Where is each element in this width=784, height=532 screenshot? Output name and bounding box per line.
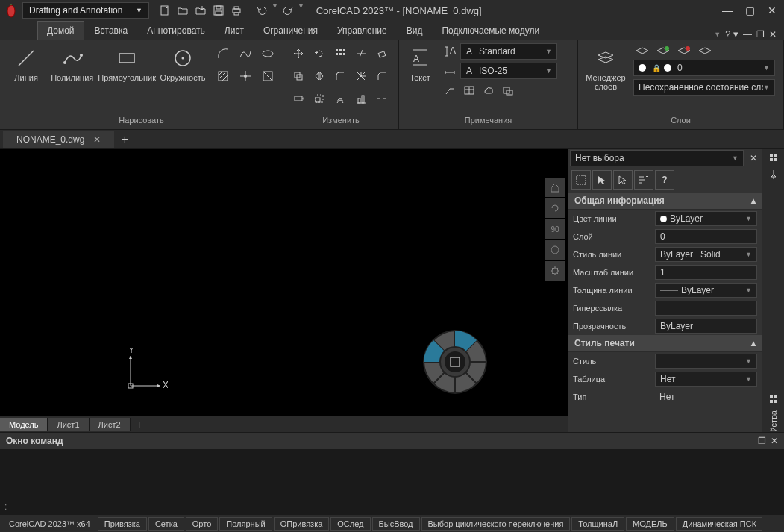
import-icon[interactable] bbox=[192, 2, 209, 19]
ellipse-icon[interactable] bbox=[257, 43, 278, 64]
sb-lweight[interactable]: ТолщинаЛ bbox=[571, 517, 624, 531]
sb-model[interactable]: МОДЕЛЬ bbox=[626, 517, 674, 531]
add-tab-button[interactable]: + bbox=[116, 131, 134, 148]
text-button[interactable]: AТекст bbox=[404, 43, 436, 114]
scale-icon[interactable] bbox=[309, 88, 330, 109]
line-scale-input[interactable]: 1 bbox=[655, 265, 757, 280]
workspace-select[interactable]: Drafting and Annotation▼ bbox=[22, 2, 149, 19]
rail-properties-label[interactable]: Свойства bbox=[769, 410, 778, 432]
plot-style-select[interactable]: ▼ bbox=[655, 354, 757, 369]
tab-insert[interactable]: Вставка bbox=[86, 22, 137, 40]
rotate-icon[interactable] bbox=[309, 43, 330, 64]
stretch-icon[interactable] bbox=[288, 88, 309, 109]
command-prompt[interactable]: : bbox=[0, 499, 784, 514]
point-icon[interactable] bbox=[235, 66, 256, 87]
vp-settings-icon[interactable] bbox=[545, 261, 565, 281]
tabs-overflow[interactable]: ▼ bbox=[714, 31, 721, 38]
pick-rect-icon[interactable] bbox=[571, 170, 591, 190]
close-button[interactable]: ✕ bbox=[763, 4, 781, 17]
hatch-icon[interactable] bbox=[213, 66, 233, 87]
pick-arrow-icon[interactable] bbox=[592, 170, 612, 190]
selection-filter[interactable]: Нет выбора▼ bbox=[570, 150, 744, 166]
rectangle-button[interactable]: Прямоугольник bbox=[96, 43, 157, 114]
hyperlink-input[interactable] bbox=[655, 301, 757, 316]
table-icon[interactable] bbox=[460, 82, 478, 98]
print-icon[interactable] bbox=[228, 2, 245, 19]
layer-mgr-button[interactable]: Менеджер слоев bbox=[583, 43, 629, 114]
tab-sheet[interactable]: Лист bbox=[216, 22, 253, 40]
help-icon[interactable]: ? ▾ bbox=[725, 28, 738, 40]
leader-icon[interactable] bbox=[441, 82, 459, 98]
tab-manage[interactable]: Управление bbox=[328, 22, 396, 40]
undo-dropdown[interactable]: ▼ bbox=[272, 2, 278, 19]
maximize-button[interactable]: ▢ bbox=[741, 4, 759, 17]
sb-ortho[interactable]: Орто bbox=[186, 517, 218, 531]
line-style-select[interactable]: ByLayer Solid▼ bbox=[655, 247, 757, 262]
plot-table-select[interactable]: Нет▼ bbox=[655, 372, 757, 387]
tab-plugins[interactable]: Подключаемые модули bbox=[433, 22, 548, 40]
layer-icon-4[interactable] bbox=[697, 45, 712, 57]
line-color-select[interactable]: ByLayer▼ bbox=[655, 211, 757, 226]
sb-polar[interactable]: Полярный bbox=[219, 517, 272, 531]
dim-vert-icon[interactable]: A bbox=[441, 43, 459, 60]
cmdwin-restore-icon[interactable]: ❐ bbox=[758, 436, 766, 446]
vp-home-icon[interactable] bbox=[545, 178, 565, 197]
sb-qinput[interactable]: БысВвод bbox=[372, 517, 420, 531]
save-icon[interactable] bbox=[210, 2, 227, 19]
cloud-icon[interactable] bbox=[480, 82, 498, 98]
minimize-button[interactable]: — bbox=[718, 4, 736, 17]
open-icon[interactable] bbox=[175, 2, 191, 19]
add-sheet-button[interactable]: + bbox=[131, 416, 148, 433]
sb-grid[interactable]: Сетка bbox=[148, 517, 184, 531]
redo-icon[interactable] bbox=[280, 2, 296, 19]
dim-style-select[interactable]: AISO-25▼ bbox=[460, 63, 557, 79]
transparency-value[interactable]: ByLayer bbox=[655, 319, 757, 334]
sb-dynucs[interactable]: Динамическая ПСК bbox=[676, 517, 762, 531]
vp-orbit-icon[interactable] bbox=[545, 240, 565, 260]
rail-grid-icon[interactable] bbox=[765, 394, 782, 404]
vp-rotate-icon[interactable] bbox=[545, 198, 565, 218]
layer-state-select[interactable]: Несохраненное состояние слоев▼ bbox=[633, 79, 775, 96]
trim-icon[interactable] bbox=[351, 43, 371, 64]
tab-model[interactable]: Модель bbox=[0, 418, 48, 431]
fillet-icon[interactable] bbox=[330, 66, 351, 87]
mirror-icon[interactable] bbox=[309, 66, 330, 87]
tab-sheet2[interactable]: Лист2 bbox=[90, 418, 131, 431]
layer-select[interactable]: 🔒0▼ bbox=[633, 60, 775, 76]
document-tab[interactable]: NONAME_0.dwg✕ bbox=[3, 131, 114, 148]
arc-icon[interactable] bbox=[213, 43, 233, 64]
break-icon[interactable] bbox=[371, 88, 392, 109]
sb-otrace[interactable]: ОСлед bbox=[330, 517, 370, 531]
rail-pushpin-icon[interactable] bbox=[765, 169, 782, 179]
doc-restore-icon[interactable]: ❐ bbox=[756, 29, 765, 40]
layer-icon-1[interactable] bbox=[635, 45, 650, 57]
annot-more-icon[interactable] bbox=[499, 82, 517, 98]
tab-sheet1[interactable]: Лист1 bbox=[48, 418, 89, 431]
sb-osnap[interactable]: ОПривязка bbox=[274, 517, 330, 531]
offset-icon[interactable] bbox=[330, 88, 351, 109]
redo-dropdown[interactable]: ▼ bbox=[298, 2, 304, 19]
layer-icon-3[interactable] bbox=[677, 45, 692, 57]
erase-icon[interactable] bbox=[371, 43, 392, 64]
doc-close-icon[interactable]: ✕ bbox=[769, 29, 777, 40]
sb-cycle[interactable]: Выбор циклического переключения bbox=[421, 517, 571, 531]
tab-annotate[interactable]: Аннотировать bbox=[138, 22, 214, 40]
tab-home[interactable]: Домой bbox=[37, 21, 84, 40]
text-style-select[interactable]: AStandard▼ bbox=[460, 43, 557, 60]
drawing-canvas[interactable]: 90 bbox=[0, 149, 568, 416]
section-plot[interactable]: Стиль печати▴ bbox=[568, 335, 762, 352]
new-icon[interactable] bbox=[157, 2, 173, 19]
props-close-icon[interactable]: ✕ bbox=[745, 153, 762, 163]
line-weight-select[interactable]: ByLayer▼ bbox=[655, 283, 757, 298]
doc-minimize-icon[interactable]: — bbox=[743, 29, 752, 40]
tab-constraints[interactable]: Ограничения bbox=[254, 22, 327, 40]
copy-icon[interactable] bbox=[288, 66, 309, 87]
command-history[interactable] bbox=[0, 449, 784, 499]
polyline-button[interactable]: Полилиния bbox=[49, 43, 95, 114]
line-button[interactable]: Линия bbox=[4, 43, 48, 114]
explode-icon[interactable] bbox=[351, 66, 371, 87]
section-general[interactable]: Общая информация▴ bbox=[568, 193, 762, 210]
sb-snap[interactable]: Привязка bbox=[98, 517, 147, 531]
vp-90-button[interactable]: 90 bbox=[545, 219, 565, 239]
rail-pin-icon[interactable] bbox=[765, 152, 782, 163]
